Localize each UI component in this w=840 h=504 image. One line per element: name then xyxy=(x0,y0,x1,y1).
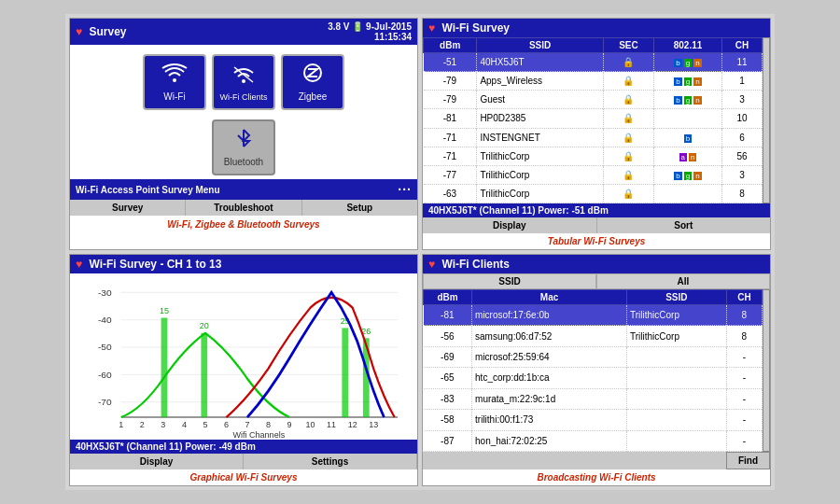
client-dbm-cell: -56 xyxy=(424,326,472,346)
survey-tab[interactable]: Survey xyxy=(70,200,186,216)
wifi-table-row[interactable]: -79 Apps_Wireless 🔒 bgn 1 xyxy=(424,72,763,91)
ch-cell: 3 xyxy=(721,165,762,184)
clients-panel: ♥ Wi-Fi Clients SSID All dBm Mac SSID CH xyxy=(422,254,771,486)
sec-cell: 🔒 xyxy=(603,147,653,165)
graph-area: -30 -40 -50 -60 -70 1 2 3 4 5 6 xyxy=(70,273,417,440)
access-menu: Wi-Fi Access Point Survey Menu ··· xyxy=(70,179,417,200)
wifi-bottom-tabs: Display Sort xyxy=(423,217,770,233)
wifi-table-row[interactable]: -63 TrilithicCorp 🔒 8 xyxy=(424,184,763,203)
wifi-table-row[interactable]: -77 TrilithicCorp 🔒 bgn 3 xyxy=(424,165,763,184)
client-ch-cell: 8 xyxy=(726,326,762,346)
sec-cell: 🔒 xyxy=(603,72,653,91)
wifi-table-wrapper: dBm SSID SEC 802.11 CH -51 40HX5J6T 🔒 bg… xyxy=(423,37,770,203)
dbm-cell: -51 xyxy=(424,53,477,72)
clients-table-row[interactable]: -81 microsof:17:6e:0b TrilithicCorp 8 xyxy=(424,305,763,326)
svg-text:-70: -70 xyxy=(98,397,112,407)
clients-spacer xyxy=(423,452,726,469)
bluetooth-icon xyxy=(235,128,252,153)
graph-status-bar: 40HX5J6T* (Channel 11) Power: -49 dBm xyxy=(70,440,417,454)
wifi-table-row[interactable]: -71 INSTENGNET 🔒 b 6 xyxy=(424,128,763,147)
ssid-cell: TrilithicCorp xyxy=(477,147,603,165)
bluetooth-label: Bluetooth xyxy=(224,157,263,167)
clients-table-row[interactable]: -56 samsung:06:d7:52 TrilithicCorp 8 xyxy=(424,326,763,346)
protocol-cell: an xyxy=(654,147,722,165)
bluetooth-button[interactable]: Bluetooth xyxy=(212,119,275,175)
client-ssid-cell xyxy=(626,410,726,430)
client-ch-cell: - xyxy=(726,388,762,409)
sec-cell: 🔒 xyxy=(603,109,653,128)
wifi-table-row[interactable]: -71 TrilithicCorp 🔒 an 56 xyxy=(424,147,763,165)
ch-cell: 3 xyxy=(721,91,762,109)
clients-table-row[interactable]: -58 trilithi:00:f1:73 - xyxy=(424,410,763,430)
graph-display-tab[interactable]: Display xyxy=(70,454,244,469)
client-ch-cell: 8 xyxy=(726,305,762,326)
graph-settings-tab[interactable]: Settings xyxy=(244,454,417,469)
zigbee-button[interactable]: Zigbee xyxy=(281,54,344,110)
client-mac-cell: hon_hai:72:02:25 xyxy=(472,430,627,451)
dbm-cell: -71 xyxy=(424,147,477,165)
clients-table-wrapper: dBm Mac SSID CH -81 microsof:17:6e:0b Tr… xyxy=(423,289,770,452)
client-ch-cell: - xyxy=(726,410,762,430)
graph-header: ♥ Wi-Fi Survey - CH 1 to 13 xyxy=(70,255,417,273)
dbm-cell: -79 xyxy=(424,72,477,91)
survey-title: ♥ Survey xyxy=(76,25,127,38)
protocol-cell: bgn xyxy=(654,72,722,91)
wifi-display-tab[interactable]: Display xyxy=(423,217,597,233)
client-dbm-cell: -83 xyxy=(424,388,472,409)
wifi-sort-tab[interactable]: Sort xyxy=(597,217,771,233)
svg-text:-60: -60 xyxy=(98,370,112,380)
col-ssid: SSID xyxy=(477,38,603,53)
survey-header: ♥ Survey 3.8 V 🔋 9-Jul-2015 11:15:34 xyxy=(70,19,417,45)
svg-text:4: 4 xyxy=(182,420,187,429)
svg-text:6: 6 xyxy=(224,420,229,429)
clients-caption: Broadcasting Wi-Fi Clients xyxy=(423,469,770,485)
clients-table-row[interactable]: -83 murata_m:22:9c:1d - xyxy=(424,388,763,409)
client-col-ssid: SSID xyxy=(626,290,726,305)
col-802: 802.11 xyxy=(654,38,722,53)
wifi-table-row[interactable]: -79 Guest 🔒 bgn 3 xyxy=(424,91,763,109)
client-mac-cell: murata_m:22:9c:1d xyxy=(472,388,627,409)
ssid-cell: Apps_Wireless xyxy=(477,72,603,91)
wifi-scrollbar[interactable] xyxy=(763,37,770,203)
setup-tab[interactable]: Setup xyxy=(302,200,417,216)
client-dbm-cell: -65 xyxy=(424,368,472,388)
clients-scrollbar[interactable] xyxy=(763,289,770,452)
clients-table-row[interactable]: -87 hon_hai:72:02:25 - xyxy=(424,430,763,451)
survey-buttons: Wi-Fi Wi-Fi Clients xyxy=(70,45,417,119)
wifi-clients-button[interactable]: Wi-Fi Clients xyxy=(212,54,275,110)
zigbee-icon xyxy=(302,63,323,88)
dbm-cell: -79 xyxy=(424,91,477,109)
troubleshoot-tab[interactable]: Troubleshoot xyxy=(186,200,301,216)
svg-text:1: 1 xyxy=(119,420,123,429)
ssid-cell: 40HX5J6T xyxy=(477,53,603,72)
wifi-table-row[interactable]: -81 HP0D2385 🔒 10 xyxy=(424,109,763,128)
client-mac-cell: trilithi:00:f1:73 xyxy=(472,410,627,430)
dbm-cell: -81 xyxy=(424,109,477,128)
wifi-survey-panel: ♥ Wi-Fi Survey dBm SSID SEC 802.11 CH -5… xyxy=(422,18,771,250)
menu-tabs: Survey Troubleshoot Setup xyxy=(70,200,417,216)
sec-cell: 🔒 xyxy=(603,184,653,203)
filter-all[interactable]: All xyxy=(596,273,770,289)
svg-text:-50: -50 xyxy=(98,342,112,352)
wifi-survey-title: ♥ Wi-Fi Survey xyxy=(428,21,510,35)
ssid-cell: Guest xyxy=(477,91,603,109)
ssid-cell: TrilithicCorp xyxy=(477,184,603,203)
svg-rect-29 xyxy=(161,318,168,418)
client-ssid-cell: TrilithicCorp xyxy=(626,305,726,326)
client-ssid-cell xyxy=(626,388,726,409)
svg-text:-40: -40 xyxy=(98,315,112,325)
svg-rect-31 xyxy=(201,333,207,417)
clients-bottom: Find xyxy=(423,452,770,469)
clients-table-row[interactable]: -65 htc_corp:dd:1b:ca - xyxy=(424,368,763,388)
wifi-table-row[interactable]: -51 40HX5J6T 🔒 bgn 11 xyxy=(424,53,763,72)
client-ssid-cell xyxy=(626,346,726,367)
filter-ssid[interactable]: SSID xyxy=(423,273,596,289)
clients-title: ♥ Wi-Fi Clients xyxy=(428,258,510,271)
find-button[interactable]: Find xyxy=(726,452,770,469)
svg-rect-33 xyxy=(342,328,348,417)
clients-table-row[interactable]: -69 microsof:25:59:64 - xyxy=(424,346,763,367)
svg-text:11: 11 xyxy=(327,420,336,429)
zigbee-label: Zigbee xyxy=(299,91,328,102)
ch-cell: 8 xyxy=(721,184,762,203)
wifi-button[interactable]: Wi-Fi xyxy=(143,54,206,110)
